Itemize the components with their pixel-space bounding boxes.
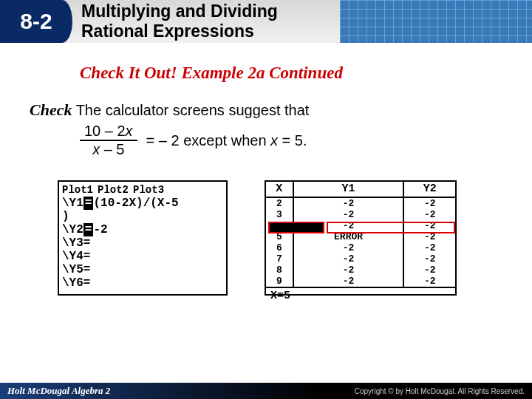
fraction-denominator: x – 5 <box>88 141 129 158</box>
plot3-label: Plot3 <box>133 183 164 197</box>
calc-screen-yequals: Plot1 Plot2 Plot3 \Y1=(10-2X)/(X-5 ) \Y2… <box>58 180 228 296</box>
calc-screen-table: X Y1 Y2 2-2-2 3-2-2 4-2-2 5ERROR-2 6-2-2… <box>265 180 457 296</box>
y3-line: \Y3= <box>62 236 223 250</box>
slide-title: Multiplying and Dividing Rational Expres… <box>81 1 278 41</box>
footer-book-title: Holt McDougal Algebra 2 <box>7 385 110 397</box>
y4-line: \Y4= <box>62 250 223 263</box>
check-lead: Check <box>30 100 72 119</box>
slide-header: 8-2 Multiplying and Dividing Rational Ex… <box>0 0 532 43</box>
fraction-numerator: 10 – 2x <box>80 123 137 140</box>
fraction: 10 – 2x x – 5 <box>80 123 137 158</box>
calculator-screens: Plot1 Plot2 Plot3 \Y1=(10-2X)/(X-5 ) \Y2… <box>58 180 532 296</box>
table-row: 2-2-2 <box>266 197 455 209</box>
slide-footer: Holt McDougal Algebra 2 Copyright © by H… <box>0 383 532 399</box>
section-badge: 8-2 <box>0 0 72 43</box>
table-header-row: X Y1 Y2 <box>266 182 455 197</box>
y6-line: \Y6= <box>62 276 223 290</box>
y1-line-cont: ) <box>62 210 223 223</box>
title-line2: Rational Expressions <box>81 21 278 41</box>
y1-line: \Y1=(10-2X)/(X-5 <box>62 197 223 210</box>
title-line1: Multiplying and Dividing <box>81 1 278 21</box>
y2-line: \Y2=-2 <box>62 223 223 236</box>
plot-row: Plot1 Plot2 Plot3 <box>62 183 223 197</box>
table-row: 7-2-2 <box>266 253 455 265</box>
plot1-label: Plot1 <box>62 183 93 197</box>
equation-row: 10 – 2x x – 5 = – 2 except when x = 5. <box>80 123 502 158</box>
col-y2: Y2 <box>403 182 455 197</box>
plot2-label: Plot2 <box>98 183 129 197</box>
body-text-1: The calculator screens suggest that <box>72 102 309 118</box>
body-paragraph: Check The calculator screens suggest tha… <box>30 100 502 158</box>
table-cursor-value: X=5 <box>266 287 455 304</box>
footer-copyright: Copyright © by Holt McDougal. All Rights… <box>355 387 525 395</box>
table-row: 5ERROR-2 <box>266 231 455 242</box>
col-y1: Y1 <box>293 182 404 197</box>
table-row: 9-2-2 <box>266 276 455 287</box>
example-subtitle: Check It Out! Example 2a Continued <box>80 64 532 83</box>
section-number: 8-2 <box>20 9 52 34</box>
table-row: 8-2-2 <box>266 265 455 276</box>
table-row: 6-2-2 <box>266 242 455 253</box>
col-x: X <box>266 182 293 197</box>
table-row: 4-2-2 <box>266 220 455 231</box>
table-row: 3-2-2 <box>266 209 455 220</box>
header-grid-decor <box>340 0 532 43</box>
equation-result: = – 2 except when x = 5. <box>146 132 307 149</box>
y5-line: \Y5= <box>62 263 223 276</box>
calc-table: X Y1 Y2 2-2-2 3-2-2 4-2-2 5ERROR-2 6-2-2… <box>266 182 455 287</box>
